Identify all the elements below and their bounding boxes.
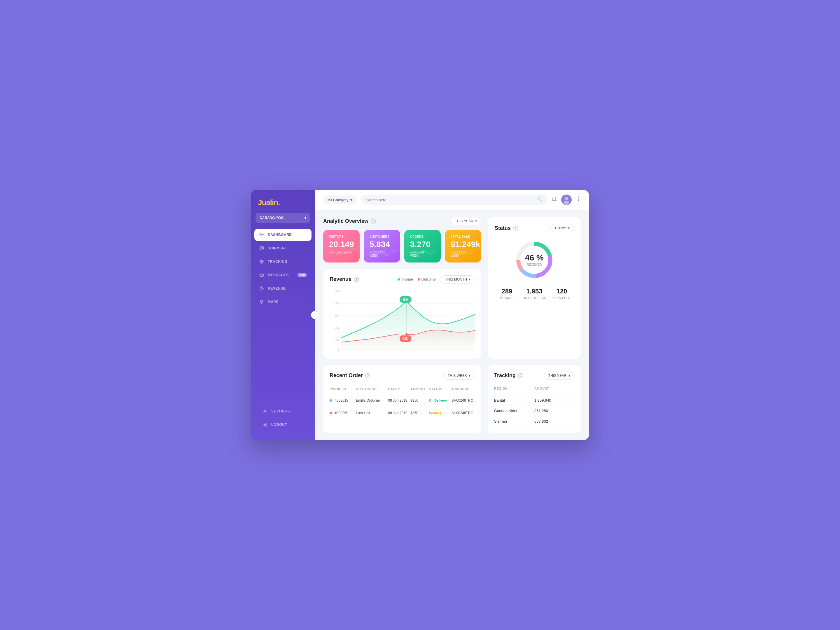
donut-label: RECEIVED <box>525 263 544 266</box>
sidebar: Jualin. CABANG YOG ▾ DASHBOARD <box>251 190 315 440</box>
svg-point-36 <box>406 333 407 336</box>
status-stats: 289 BOOKED 1.953 ON PROGRESS 120 CANCELE… <box>495 287 574 300</box>
sidebar-item-logout[interactable]: LOGOUT <box>258 418 308 431</box>
svg-line-8 <box>541 200 542 201</box>
tracking-title: Tracking ? <box>494 373 523 379</box>
sidebar-item-tracking[interactable]: TRACKING <box>254 256 311 268</box>
main-content: All Category ▾ <box>315 190 589 440</box>
topbar: All Category ▾ <box>315 190 589 210</box>
status-badge: On Delivery <box>429 398 448 403</box>
customers-wave <box>377 247 397 260</box>
tracking-row: Sleman 657.802 <box>494 416 575 427</box>
analytic-overview-section: Analytic Overview ? THIS YEAR ▾ VISITORS… <box>323 217 481 262</box>
svg-text:50K: 50K <box>335 290 339 293</box>
tracking-section: Tracking ? THIS YEAR ▾ REGION AMOUNT Ban… <box>488 365 581 433</box>
exit-icon <box>262 422 268 427</box>
total-sale-wave <box>458 247 478 260</box>
svg-text:30K: 30K <box>335 314 339 317</box>
app-container: Jualin. CABANG YOG ▾ DASHBOARD <box>251 190 589 440</box>
donut-center: 46 % RECEIVED <box>525 254 544 266</box>
revenue-chart: 50K 40K 30K 20K 10K 0 <box>330 288 475 352</box>
status-help-icon[interactable]: ? <box>513 226 518 231</box>
revenue-header-right: Income Outcome THIS MONTH ▾ <box>398 275 475 284</box>
analytic-filter-button[interactable]: THIS YEAR ▾ <box>451 217 481 225</box>
table-row: #003518 Emilie Osborne 08 Jun 2019 $350 … <box>330 394 475 407</box>
invoice-dot <box>330 412 332 414</box>
recent-order-help-icon[interactable]: ? <box>365 373 370 378</box>
status-card: Status ? TODAY ▾ <box>488 217 581 359</box>
box-icon <box>259 246 264 251</box>
sidebar-item-shipment[interactable]: SHIPMENT <box>254 242 311 254</box>
pin-icon <box>259 299 264 305</box>
svg-point-11 <box>564 201 569 205</box>
status-header: Status ? TODAY ▾ <box>495 224 574 232</box>
tracking-row: Gunung Kidul 861.250 <box>494 406 575 416</box>
svg-point-13 <box>578 199 579 200</box>
svg-point-10 <box>565 197 568 201</box>
mail-icon <box>259 272 264 278</box>
svg-point-5 <box>261 301 262 302</box>
sidebar-item-messages[interactable]: MESSAGES 358 <box>254 269 311 281</box>
visitors-wave <box>336 247 357 260</box>
outcome-dot <box>418 278 420 281</box>
status-filter-button[interactable]: TODAY ▾ <box>550 224 574 232</box>
donut-chart: 46 % RECEIVED <box>495 238 574 282</box>
topbar-actions <box>551 194 581 205</box>
tracking-header: Tracking ? THIS YEAR ▾ <box>494 372 575 380</box>
analytic-help-icon[interactable]: ? <box>371 218 376 224</box>
search-icon <box>538 197 543 203</box>
sidebar-item-dashboard[interactable]: DASHBOARD <box>254 229 311 241</box>
svg-text:20K: 20K <box>335 326 339 330</box>
revenue-help-icon[interactable]: ? <box>354 277 359 282</box>
avatar[interactable] <box>561 194 572 205</box>
stat-cards: VISITORS 20.149 +2% LAST WEEK CUSTOMERS … <box>323 230 481 262</box>
gear-icon <box>262 409 268 414</box>
sidebar-item-settings[interactable]: SETTINGS <box>258 405 308 417</box>
svg-text:38,4K: 38,4K <box>403 298 408 301</box>
status-stat-booked: 289 BOOKED <box>495 287 519 300</box>
chart-legend: Income Outcome <box>398 277 436 281</box>
stat-card-customers: CUSTOMERS 5.834 +11% LAST WEEK <box>364 230 400 262</box>
notification-icon[interactable] <box>551 196 557 203</box>
revenue-title: Revenue ? <box>330 276 359 282</box>
globe-icon <box>259 259 264 264</box>
stat-card-orders: ORDERS 3.270 +26% LAST WEEK <box>404 230 441 262</box>
search-input[interactable] <box>366 198 535 202</box>
revenue-filter-button[interactable]: THIS MONTH ▾ <box>441 275 475 284</box>
sidebar-bottom: SETTINGS LOGOUT <box>251 401 315 440</box>
sidebar-nav: DASHBOARD SHIPMENT <box>251 229 315 401</box>
messages-badge: 358 <box>297 273 307 277</box>
stat-card-total-sale: TOTAL SALE $1.249k +18% LAST WEEK <box>445 230 481 262</box>
status-title: Status ? <box>495 225 518 231</box>
revenue-section: Revenue ? Income Outcome <box>323 269 481 359</box>
svg-point-12 <box>578 197 579 198</box>
tracking-row: Bantul 1.359.940 <box>494 395 575 406</box>
svg-point-6 <box>265 411 266 412</box>
legend-outcome: Outcome <box>418 277 436 281</box>
sidebar-item-revenue[interactable]: REVENUE <box>254 282 311 295</box>
income-dot <box>398 278 400 281</box>
search-bar <box>361 194 547 205</box>
tracking-filter-button[interactable]: THIS YEAR ▾ <box>544 372 575 380</box>
dashboard-body: Analytic Overview ? THIS YEAR ▾ VISITORS… <box>315 210 589 440</box>
table-header: INVOICES CUSTOMERS DATE ▾ AMOUNT STATUS … <box>330 384 475 394</box>
category-dropdown[interactable]: All Category ▾ <box>323 196 357 204</box>
invoice-dot <box>330 399 332 402</box>
sidebar-collapse-button[interactable]: ‹ <box>311 311 319 319</box>
more-options-icon[interactable] <box>576 197 581 203</box>
tracking-help-icon[interactable]: ? <box>518 373 523 378</box>
status-stat-canceled: 120 CANCELED <box>549 287 574 300</box>
svg-text:10K: 10K <box>335 339 339 342</box>
tracking-table-header: REGION AMOUNT <box>494 384 575 393</box>
svg-point-14 <box>578 201 579 201</box>
recent-order-filter-button[interactable]: THIS WEEK ▾ <box>443 372 475 380</box>
branch-selector[interactable]: CABANG YOG ▾ <box>256 213 310 223</box>
revenue-header: Revenue ? Income Outcome <box>330 275 475 284</box>
chart-icon <box>259 286 264 291</box>
sidebar-item-maps[interactable]: MAPS <box>254 296 311 308</box>
svg-text:9,7K: 9,7K <box>403 337 408 340</box>
analytic-overview-title: Analytic Overview ? <box>323 218 376 224</box>
recent-order-title: Recent Order ? <box>330 373 370 379</box>
analytic-overview-header: Analytic Overview ? THIS YEAR ▾ <box>323 217 481 225</box>
recent-order-section: Recent Order ? THIS WEEK ▾ INVOICES CUST… <box>323 365 481 433</box>
